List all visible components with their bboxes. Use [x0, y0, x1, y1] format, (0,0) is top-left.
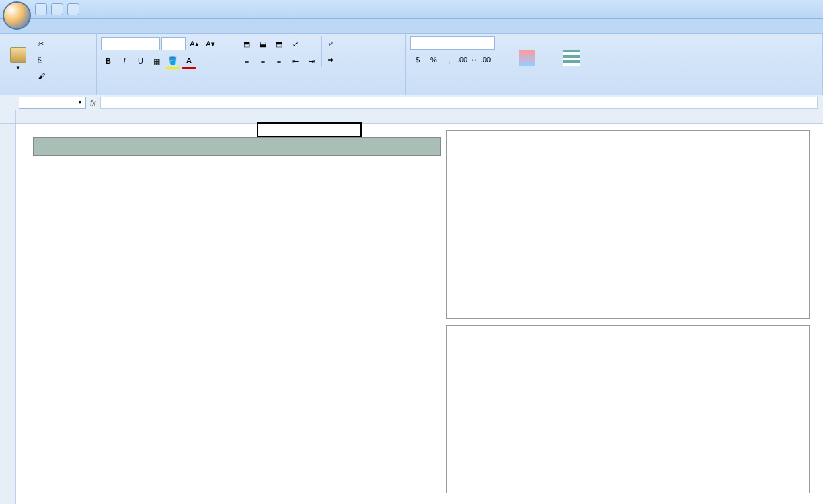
name-box[interactable]: ▼: [19, 97, 86, 109]
align-right-icon[interactable]: ≡: [272, 54, 286, 69]
brush-icon: 🖌: [38, 72, 45, 80]
pie-chart-title: [447, 131, 809, 139]
selected-cell-indicator: [257, 122, 362, 137]
paste-button[interactable]: ▼: [4, 36, 32, 81]
worksheet-grid[interactable]: [16, 124, 823, 504]
sheet-title: [33, 137, 441, 156]
fx-icon[interactable]: fx: [90, 99, 96, 107]
chevron-down-icon[interactable]: ▼: [77, 99, 83, 106]
paste-icon: [10, 47, 26, 63]
number-format-select[interactable]: [410, 36, 495, 50]
orientation-icon[interactable]: ⤢: [288, 36, 303, 51]
ribbon-tabs: [0, 19, 823, 34]
font-size-input[interactable]: [161, 37, 186, 50]
increase-indent-icon[interactable]: ⇥: [304, 54, 319, 69]
font-color-button[interactable]: A: [182, 54, 196, 69]
table-icon: [563, 50, 580, 66]
increase-decimal-icon[interactable]: .00→: [459, 52, 473, 67]
conditional-icon: [519, 50, 535, 66]
shrink-font-icon[interactable]: A▾: [203, 36, 218, 51]
decrease-indent-icon[interactable]: ⇤: [288, 54, 303, 69]
align-left-icon[interactable]: ≡: [239, 54, 254, 69]
group-label-styles: [504, 92, 818, 93]
bold-button[interactable]: B: [101, 54, 116, 69]
format-as-table-button[interactable]: [553, 36, 590, 81]
align-bottom-icon[interactable]: ⬒: [272, 36, 286, 51]
copy-button[interactable]: ⎘: [35, 52, 50, 67]
align-center-icon[interactable]: ≡: [256, 54, 270, 69]
bar-chart[interactable]: [446, 325, 810, 493]
formula-bar[interactable]: [100, 97, 818, 109]
bar-chart-title: [447, 326, 809, 334]
chevron-down-icon: ▼: [15, 65, 21, 71]
font-name-select[interactable]: [101, 37, 160, 50]
wrap-icon: ⤶: [327, 40, 334, 48]
cut-icon: ✂: [38, 40, 44, 48]
copy-icon: ⎘: [38, 56, 42, 64]
row-headers[interactable]: [0, 124, 16, 504]
select-all-corner[interactable]: [0, 110, 16, 124]
office-button[interactable]: [3, 1, 31, 30]
qat-save-icon[interactable]: [35, 3, 47, 15]
align-top-icon[interactable]: ⬒: [239, 36, 254, 51]
conditional-formatting-button[interactable]: [504, 36, 550, 81]
qat-undo-icon[interactable]: [51, 3, 63, 15]
cut-button[interactable]: ✂: [35, 36, 50, 51]
merge-center-button[interactable]: ⬌: [325, 52, 338, 67]
wrap-text-button[interactable]: ⤶: [325, 36, 338, 51]
border-button[interactable]: ▦: [149, 54, 164, 69]
align-middle-icon[interactable]: ⬓: [256, 36, 270, 51]
group-label-clipboard: [4, 92, 92, 93]
merge-icon: ⬌: [327, 56, 334, 65]
grow-font-icon[interactable]: A▴: [187, 36, 202, 51]
decrease-decimal-icon[interactable]: ←.00: [475, 52, 489, 67]
group-label-font: [101, 92, 231, 93]
qat-redo-icon[interactable]: [67, 3, 79, 15]
currency-icon[interactable]: $: [410, 52, 425, 67]
comma-icon[interactable]: ,: [442, 52, 457, 67]
italic-button[interactable]: I: [117, 54, 132, 69]
fill-color-button[interactable]: 🪣: [165, 54, 180, 69]
percent-icon[interactable]: %: [426, 52, 441, 67]
group-label-number: [410, 92, 496, 93]
format-painter-button[interactable]: 🖌: [35, 69, 50, 83]
group-label-alignment: [239, 92, 401, 93]
pie-chart[interactable]: [446, 130, 810, 319]
underline-button[interactable]: U: [133, 54, 148, 69]
column-headers[interactable]: [16, 110, 823, 124]
